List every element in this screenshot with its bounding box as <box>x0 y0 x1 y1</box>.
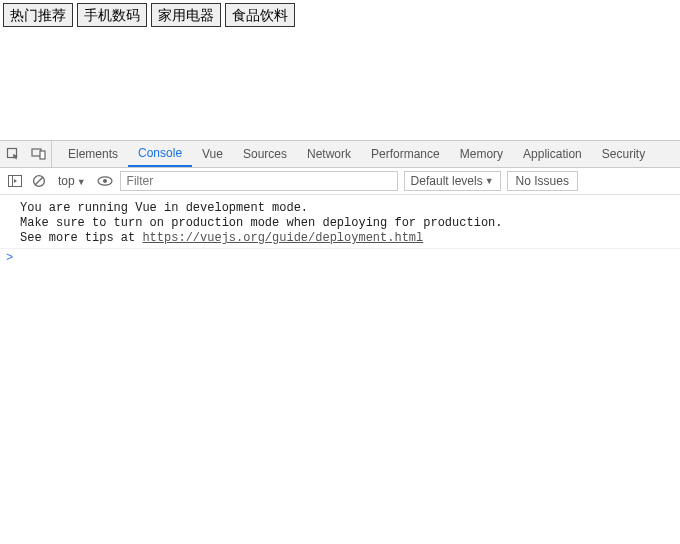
console-sidebar-toggle-icon[interactable] <box>6 172 24 190</box>
log-levels-selector[interactable]: Default levels▼ <box>404 171 501 191</box>
chevron-down-icon: ▼ <box>483 176 494 186</box>
category-tab-appliance[interactable]: 家用电器 <box>151 3 221 27</box>
tab-vue[interactable]: Vue <box>192 141 233 167</box>
category-tab-phone[interactable]: 手机数码 <box>77 3 147 27</box>
console-filter-input[interactable] <box>120 171 398 191</box>
console-message-link[interactable]: https://vuejs.org/guide/deployment.html <box>142 231 423 245</box>
context-selector-label: top <box>58 174 75 188</box>
devtools-panel: Elements Console Vue Sources Network Per… <box>0 140 680 544</box>
tab-application[interactable]: Application <box>513 141 592 167</box>
device-toolbar-icon[interactable] <box>26 141 52 167</box>
tab-elements[interactable]: Elements <box>58 141 128 167</box>
tab-sources[interactable]: Sources <box>233 141 297 167</box>
svg-line-7 <box>35 177 43 185</box>
svg-point-9 <box>103 179 107 183</box>
console-toolbar: top▼ Default levels▼ No Issues <box>0 168 680 195</box>
issues-label: No Issues <box>516 174 569 188</box>
tab-security[interactable]: Security <box>592 141 655 167</box>
live-expression-icon[interactable] <box>96 172 114 190</box>
tab-memory[interactable]: Memory <box>450 141 513 167</box>
tab-network[interactable]: Network <box>297 141 361 167</box>
console-message-line: See more tips at <box>20 231 142 245</box>
console-message-line: Make sure to turn on production mode whe… <box>20 216 502 230</box>
context-selector[interactable]: top▼ <box>54 174 90 188</box>
svg-marker-5 <box>14 179 17 183</box>
svg-rect-2 <box>40 151 45 159</box>
tab-performance[interactable]: Performance <box>361 141 450 167</box>
webpage-viewport: 热门推荐 手机数码 家用电器 食品饮料 <box>0 0 680 140</box>
category-tab-food[interactable]: 食品饮料 <box>225 3 295 27</box>
category-tab-hot[interactable]: 热门推荐 <box>3 3 73 27</box>
chevron-down-icon: ▼ <box>75 177 86 187</box>
issues-button[interactable]: No Issues <box>507 171 578 191</box>
console-message: You are running Vue in development mode.… <box>0 199 680 249</box>
clear-console-icon[interactable] <box>30 172 48 190</box>
console-message-line: You are running Vue in development mode. <box>20 201 308 215</box>
log-levels-label: Default levels <box>411 174 483 188</box>
tab-console[interactable]: Console <box>128 141 192 167</box>
category-tab-row: 热门推荐 手机数码 家用电器 食品饮料 <box>3 3 295 27</box>
console-prompt[interactable]: > <box>0 249 680 267</box>
inspect-element-icon[interactable] <box>0 141 26 167</box>
console-output: You are running Vue in development mode.… <box>0 195 680 544</box>
devtools-tabbar: Elements Console Vue Sources Network Per… <box>0 141 680 168</box>
